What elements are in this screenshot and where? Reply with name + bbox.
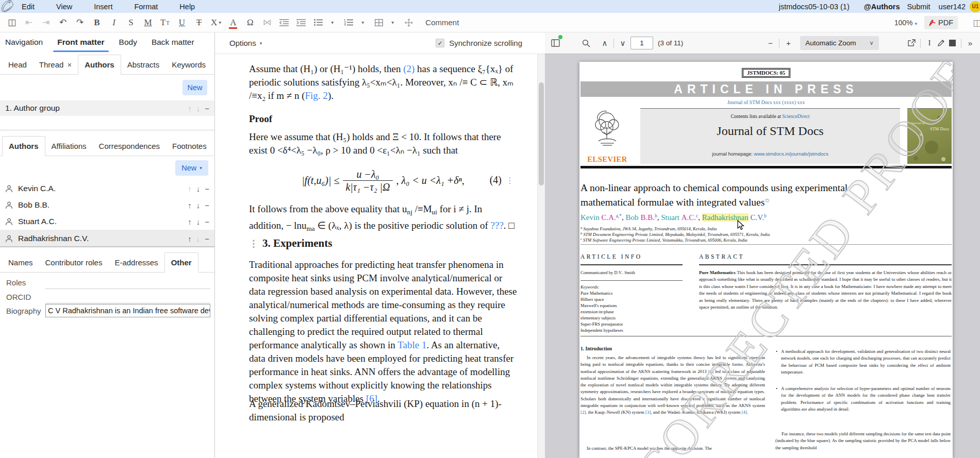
- remove-icon[interactable]: −: [205, 234, 209, 243]
- authors-mention-button[interactable]: @Authors: [864, 3, 900, 11]
- new-author-dropdown[interactable]: New▾: [175, 160, 208, 176]
- tab-authors-list[interactable]: Authors: [2, 136, 45, 156]
- zoom-in-icon[interactable]: +: [783, 37, 794, 50]
- numbered-list-dropdown-icon[interactable]: ▾: [357, 16, 367, 29]
- tab-names[interactable]: Names: [2, 253, 39, 272]
- tab-abstracts[interactable]: Abstracts: [121, 55, 166, 74]
- special-character-button[interactable]: Ω: [245, 16, 255, 29]
- move-tool-icon[interactable]: [404, 16, 414, 29]
- submit-button[interactable]: Submit: [907, 3, 930, 11]
- menu-insert[interactable]: Insert: [94, 3, 112, 11]
- subscript-superscript-dropdown[interactable]: X▾: [211, 16, 221, 29]
- redo-icon[interactable]: ↷: [75, 16, 85, 29]
- author-group-row[interactable]: 1. Author group ↑ ↓ −: [0, 100, 214, 116]
- editor-scrollbar[interactable]: [537, 54, 545, 458]
- menu-help[interactable]: Help: [179, 3, 195, 11]
- author-link[interactable]: C.V.: [751, 213, 764, 222]
- tab-correspondences[interactable]: Correspondences: [93, 137, 166, 156]
- tab-thread[interactable]: Thread×: [33, 55, 78, 74]
- tab-navigation[interactable]: Navigation: [4, 33, 44, 52]
- paragraph[interactable]: A generalized Kadomtsev–Petviashvili (KP…: [249, 397, 517, 424]
- tab-affiliations[interactable]: Affiliations: [45, 137, 93, 156]
- bullet-list-dropdown-icon[interactable]: ▾: [326, 16, 337, 29]
- author-row-kevin[interactable]: Kevin C.A. ↑ ↓ −: [0, 180, 214, 197]
- pdf-sidebar-toggle-icon[interactable]: [550, 37, 561, 50]
- comment-button[interactable]: Comment: [425, 18, 459, 27]
- user-avatar[interactable]: U1: [970, 1, 980, 12]
- text-select-tool-icon[interactable]: I: [924, 37, 935, 50]
- tab-footnotes[interactable]: Footnotes: [166, 137, 213, 156]
- remove-icon[interactable]: −: [205, 104, 209, 113]
- inline-link[interactable]: ???: [491, 220, 504, 231]
- menu-view[interactable]: View: [56, 3, 72, 11]
- move-up-icon[interactable]: ↑: [188, 234, 192, 243]
- pdf-export-button[interactable]: PDF: [924, 16, 958, 29]
- decrease-indent-icon[interactable]: [279, 16, 289, 29]
- search-icon[interactable]: [580, 37, 592, 50]
- move-down-icon[interactable]: ↓: [196, 104, 201, 113]
- tab-keywords[interactable]: Keywords: [165, 55, 212, 74]
- inline-link[interactable]: Table 1: [397, 340, 426, 350]
- close-icon[interactable]: ×: [67, 60, 72, 69]
- inline-link[interactable]: (2): [403, 63, 414, 74]
- tab-contributor-roles[interactable]: Contributor roles: [39, 253, 109, 272]
- font-color-button[interactable]: A: [228, 16, 238, 29]
- move-down-icon[interactable]: ↓: [196, 234, 201, 243]
- author-row-radhakrishnan[interactable]: Radhakrishnan C.V. ↑ ↓ −: [0, 230, 214, 247]
- text-size-button[interactable]: TT: [160, 16, 170, 29]
- author-row-bob[interactable]: Bob B.B. ↑ ↓ −: [0, 197, 214, 213]
- table-dropdown-icon[interactable]: ▾: [387, 16, 397, 29]
- page-number-input[interactable]: 1: [630, 37, 653, 49]
- next-page-icon[interactable]: ∨: [617, 37, 628, 50]
- bullet-list-icon[interactable]: [313, 16, 323, 29]
- smallcaps-button[interactable]: S: [126, 16, 136, 29]
- move-down-icon[interactable]: ↓: [196, 217, 201, 226]
- affiliation-ref[interactable]: b: [764, 213, 767, 218]
- tab-back-matter[interactable]: Back matter: [151, 33, 195, 52]
- table-icon[interactable]: [374, 16, 384, 29]
- bold-button[interactable]: B: [92, 16, 102, 29]
- inline-link[interactable]: [2]: [580, 410, 586, 415]
- equation-4[interactable]: |f(t,u₆)| ≤ u −λ₀ k|τ₁ −τ₂ |Ω , λ₀ < u <…: [249, 165, 517, 195]
- inline-link[interactable]: [4]: [742, 410, 747, 415]
- highlight-color-swatch[interactable]: [946, 37, 958, 50]
- journal-reference[interactable]: Journal of STM Docs xxx (xxxx) xxx: [579, 99, 953, 105]
- paragraph[interactable]: It follows from the above equality that …: [249, 202, 517, 235]
- sciencedirect-link[interactable]: ScienceDirect: [782, 114, 809, 119]
- orcid-input[interactable]: [45, 292, 210, 303]
- paragraph[interactable]: Assume that (H₁) or (H₁⁻¹) holds, then (…: [249, 62, 517, 103]
- proof-heading[interactable]: Proof: [249, 112, 517, 126]
- toggle-sidebar-icon[interactable]: ◫: [7, 16, 17, 29]
- more-tools-icon[interactable]: »: [965, 37, 976, 50]
- previous-page-icon[interactable]: ∧: [599, 37, 610, 50]
- author-link[interactable]: A.C.: [682, 213, 696, 222]
- move-up-icon[interactable]: ↑: [188, 184, 192, 193]
- title-footnote-mark[interactable]: ✩: [765, 197, 769, 203]
- math-equation-button[interactable]: ⋈: [262, 16, 272, 29]
- tab-head[interactable]: Head: [2, 55, 33, 74]
- tab-other[interactable]: Other: [164, 252, 198, 273]
- section-heading[interactable]: ⋮3. Experiments: [249, 236, 517, 250]
- skip-back-icon[interactable]: ⇤: [24, 16, 34, 29]
- increase-indent-icon[interactable]: [296, 16, 306, 29]
- biography-input[interactable]: C V Radhakrishnan is an Indian free soft…: [45, 304, 210, 317]
- remove-icon[interactable]: −: [205, 201, 209, 210]
- scrollbar-thumb[interactable]: [539, 82, 544, 185]
- author-link[interactable]: Stuart: [661, 213, 679, 222]
- skip-forward-icon[interactable]: ⇥: [41, 16, 51, 29]
- sync-scrolling-checkbox[interactable]: ✓: [436, 39, 444, 47]
- strikethrough-button[interactable]: T: [194, 16, 204, 29]
- move-down-icon[interactable]: ↓: [196, 201, 201, 210]
- author-link[interactable]: B.B.: [640, 213, 655, 222]
- author-link[interactable]: Bob: [626, 213, 639, 222]
- kebab-menu-icon[interactable]: ⋮: [249, 239, 258, 249]
- move-up-icon[interactable]: ↑: [188, 104, 192, 113]
- italic-button[interactable]: I: [109, 16, 119, 29]
- move-up-icon[interactable]: ↑: [188, 217, 192, 226]
- author-link[interactable]: Kevin: [580, 213, 600, 222]
- inline-link[interactable]: [1]: [708, 369, 713, 374]
- journal-homepage-link[interactable]: www.stmdocs.in/journals/jstmdocs: [754, 151, 828, 157]
- options-dropdown[interactable]: Options▾: [229, 39, 262, 47]
- undo-icon[interactable]: ↶: [58, 16, 68, 29]
- tab-front-matter[interactable]: Front matter: [56, 33, 105, 52]
